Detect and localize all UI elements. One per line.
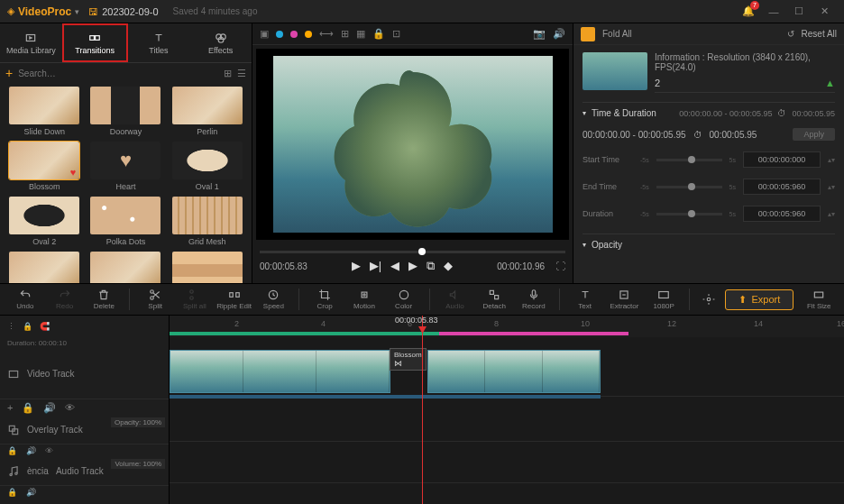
overlay-track-header[interactable]: Overlay Track Opacity: 100%	[0, 416, 169, 444]
lock-icon[interactable]: 🔒	[7, 446, 17, 455]
overlay-track[interactable]	[170, 413, 844, 442]
end-time-value[interactable]: 00:00:05:960	[743, 179, 821, 195]
ripple-edit-button[interactable]: Ripple Edit	[216, 289, 252, 310]
track-settings-icon[interactable]: ⋮	[7, 322, 15, 331]
tool-icon[interactable]: ⟷	[319, 28, 334, 40]
transition-slide-down[interactable]	[9, 87, 79, 124]
video-track[interactable]: Blossom⋈	[170, 346, 844, 397]
marker-tool-button[interactable]: ◆	[444, 259, 453, 273]
crop-tool-button[interactable]: ⧉	[427, 259, 435, 273]
extractor-button[interactable]: Extractor	[607, 289, 643, 310]
export-button[interactable]: ⬆Export	[725, 289, 794, 310]
volume-icon[interactable]: 🔊	[553, 28, 565, 40]
video-clip-1[interactable]	[170, 350, 390, 393]
detach-button[interactable]: Detach	[476, 289, 512, 310]
close-button[interactable]: ✕	[812, 3, 837, 21]
start-time-slider[interactable]	[656, 159, 722, 161]
maximize-button[interactable]: ☐	[786, 3, 812, 21]
start-time-value[interactable]: 00:00:00:000	[743, 151, 821, 168]
eye-icon[interactable]: 👁	[45, 446, 53, 455]
transition-peel-off[interactable]	[9, 252, 79, 283]
lock-icon[interactable]: 🔒	[22, 402, 34, 414]
marker-cyan[interactable]	[276, 31, 283, 38]
volume-icon[interactable]: 🔊	[26, 488, 36, 497]
transition-oval-1[interactable]	[172, 142, 243, 179]
preview-scrubber[interactable]	[260, 251, 565, 253]
bell-icon[interactable]: 🔔7	[736, 3, 761, 21]
transition-mosaic[interactable]	[172, 252, 243, 283]
duration-value[interactable]: 00:00:05:960	[743, 206, 821, 222]
playhead[interactable]	[422, 316, 423, 504]
preview-canvas[interactable]	[256, 49, 569, 240]
lock-icon[interactable]: 🔒	[23, 322, 32, 331]
tab-titles[interactable]: Titles	[128, 23, 190, 62]
video-track-header[interactable]: Video Track	[0, 349, 169, 399]
transition-doorway[interactable]	[90, 87, 161, 124]
delete-button[interactable]: Delete	[87, 289, 123, 310]
transition-perlin[interactable]	[172, 87, 243, 124]
chevron-down-icon[interactable]: ▾	[75, 7, 79, 16]
camera-icon[interactable]: 📷	[533, 28, 546, 40]
fullscreen-button[interactable]: ⛶	[555, 261, 565, 271]
section-opacity[interactable]: ▾ Opacity	[583, 234, 835, 252]
undo-button[interactable]: Undo	[7, 289, 43, 310]
color-button[interactable]: Color	[386, 289, 422, 310]
tool-icon[interactable]: ▦	[356, 28, 365, 40]
split-button[interactable]: Split	[137, 289, 173, 310]
tool-icon[interactable]: ⊞	[341, 28, 349, 40]
settings-button[interactable]	[697, 293, 721, 306]
marker-orange[interactable]	[305, 31, 312, 38]
tab-effects[interactable]: Effects	[189, 23, 252, 62]
reset-all-button[interactable]: ↺	[787, 29, 794, 39]
lock-icon[interactable]: 🔒	[7, 488, 17, 497]
duration-slider[interactable]	[656, 213, 722, 215]
motion-button[interactable]: Motion	[346, 289, 382, 310]
play-next-button[interactable]: ▶|	[370, 259, 381, 273]
record-button[interactable]: Record	[516, 289, 552, 310]
tab-media-library[interactable]: Media Library	[0, 23, 62, 62]
split-all-button[interactable]: Split all	[177, 289, 213, 310]
lock-icon[interactable]: 🔒	[372, 28, 385, 40]
crop-button[interactable]: Crop	[307, 289, 343, 310]
add-track-button[interactable]: +	[7, 402, 13, 413]
volume-icon[interactable]: 🔊	[26, 446, 36, 455]
video-clip-2[interactable]	[427, 350, 601, 393]
redo-button[interactable]: Redo	[47, 289, 83, 310]
end-time-slider[interactable]	[656, 186, 722, 188]
transition-grid-mesh[interactable]	[172, 197, 243, 234]
transition-badge[interactable]: Blossom⋈	[390, 348, 427, 371]
search-input[interactable]	[18, 69, 218, 78]
save-icon[interactable]: 🖫	[88, 6, 98, 17]
transition-polka-dots[interactable]	[90, 197, 161, 234]
fit-size-button[interactable]: Fit Size	[801, 289, 837, 310]
grid-icon[interactable]: ⊡	[392, 28, 400, 40]
marker-icon[interactable]: ▲	[825, 78, 835, 88]
speed-button[interactable]: Speed	[256, 289, 292, 310]
marker-magenta[interactable]	[290, 31, 298, 38]
audio-track[interactable]	[170, 454, 844, 483]
eye-icon[interactable]: 👁	[65, 402, 75, 413]
volume-icon[interactable]: 🔊	[43, 402, 56, 414]
magnet-icon[interactable]: 🧲	[40, 322, 50, 331]
project-name[interactable]: 202302-09-0	[102, 6, 158, 17]
transition-blossom[interactable]: ♥	[9, 142, 79, 179]
transition-undulating[interactable]	[90, 252, 161, 283]
aspect-icon[interactable]: ▣	[260, 28, 269, 40]
prev-frame-button[interactable]: ◀	[390, 259, 399, 273]
stepper-icon[interactable]: ▴▾	[828, 183, 835, 191]
1080p-button[interactable]: 1080P	[646, 289, 682, 310]
play-button[interactable]: ▶	[352, 259, 361, 273]
section-time-duration[interactable]: ▾ Time & Duration 00:00:00.00 - 00:00:05…	[583, 102, 835, 120]
transition-heart[interactable]: ♥	[90, 142, 161, 179]
audio-button[interactable]: Audio	[437, 289, 473, 310]
transition-oval-2[interactable]	[9, 197, 79, 234]
grid-view-icon[interactable]: ⊞	[224, 68, 232, 79]
next-frame-button[interactable]: ▶	[408, 259, 417, 273]
audio-track-header[interactable]: ència Audio Track Volume: 100%	[0, 457, 169, 486]
stepper-icon[interactable]: ▴▾	[828, 156, 835, 164]
fold-all-button[interactable]: Fold All	[602, 29, 632, 39]
add-button[interactable]: +	[5, 66, 13, 80]
apply-button[interactable]: Apply	[793, 128, 835, 141]
minimize-button[interactable]: —	[761, 3, 786, 21]
timeline-ruler[interactable]: 2 4 6 8 10 12 14 16	[170, 316, 844, 337]
